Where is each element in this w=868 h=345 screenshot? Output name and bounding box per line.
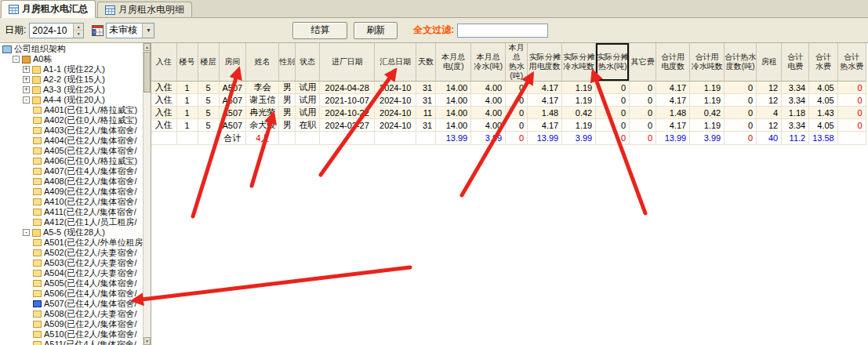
table-cell: 男 [279, 94, 296, 107]
table-cell: 冉光荣 [246, 107, 279, 119]
table-cell: 1.19 [562, 119, 596, 132]
column-header[interactable]: 本月总 热水(吨) [506, 43, 528, 82]
table-row[interactable]: 入住15A507余大银男在职2024-02-272024-103114.004.… [151, 119, 866, 132]
table-row[interactable]: 入住15A507冉光荣男试用2024-10-222024-101114.004.… [151, 107, 866, 119]
table-row[interactable]: 入住15A507李会男试用2024-04-282024-103114.004.0… [151, 82, 866, 94]
chevron-down-icon[interactable]: ▼ [142, 24, 154, 38]
room-icon [33, 158, 42, 165]
column-header[interactable]: 天数 [416, 43, 436, 82]
column-header[interactable]: 合计 电费 [782, 43, 809, 82]
settle-button[interactable]: 结算 [292, 22, 347, 39]
column-header[interactable]: 合计 水费 [809, 43, 838, 82]
tree-item-label: A511(已住4人/集体宿舍/ [44, 339, 136, 345]
table-cell: 试用 [296, 94, 320, 107]
summary-cell [176, 132, 198, 145]
tab-monthly-detail[interactable]: 月房租水电明细 [97, 2, 192, 17]
scroll-up-icon[interactable]: ▲ [143, 43, 151, 51]
expand-icon[interactable]: + [23, 66, 30, 73]
refresh-button[interactable]: 刷新 [354, 22, 398, 39]
table-cell: 0 [630, 107, 656, 119]
table-cell: A507 [219, 82, 246, 94]
table-cell: 11 [416, 107, 436, 119]
column-header[interactable]: 合计用 冷水吨数 [690, 43, 725, 82]
date-spinner[interactable]: 2024-10 ▲ ▼ [29, 23, 84, 38]
table-cell: 入住 [151, 82, 176, 94]
table-cell: 2024-10 [375, 94, 416, 107]
table-cell: A507 [219, 107, 246, 119]
table-cell: 李会 [246, 82, 279, 94]
filter-input[interactable] [457, 24, 548, 38]
table-cell: A507 [219, 94, 246, 107]
scrollbar-thumb[interactable] [143, 52, 151, 93]
tree-item-a511[interactable]: A511(已住4人/集体宿舍/ [0, 340, 143, 345]
column-header[interactable]: 房租 [757, 43, 782, 82]
summary-cell: 0 [506, 132, 528, 145]
table-cell: 2024-04-28 [320, 82, 375, 94]
org-tree-panel: 公司组织架构-A0栋+A1-1 (现住22人)+A2-2 (现住15人)+A3-… [0, 43, 151, 345]
collapse-icon[interactable]: - [23, 229, 30, 236]
collapse-icon[interactable]: - [13, 56, 20, 63]
column-header[interactable]: 实际分摊 冷水吨数 [562, 43, 596, 82]
column-header[interactable]: 汇总日期 [375, 43, 416, 82]
collapse-icon[interactable]: - [23, 96, 30, 104]
table-cell: 余大银 [246, 119, 279, 132]
tab-monthly-summary[interactable]: 月房租水电汇总 [1, 0, 96, 18]
table-header-row: 入住楼号楼层房间姓名性别状态进厂日期汇总日期天数本月总 电(度)本月总 冷水(吨… [151, 43, 866, 82]
column-header[interactable]: 其它费 [630, 43, 656, 82]
table-row[interactable]: 入住15A507谢玉信男试用2021-10-072024-103114.004.… [151, 94, 866, 107]
table-cell: 入住 [151, 119, 176, 132]
date-value[interactable]: 2024-10 [30, 24, 73, 38]
summary-cell: 0 [630, 132, 656, 145]
table-cell: 3.34 [782, 119, 809, 132]
column-header[interactable]: 进厂日期 [320, 43, 375, 82]
spin-down-icon[interactable]: ▼ [74, 31, 83, 38]
tree-item-org-root[interactable]: 公司组织架构 [0, 44, 143, 54]
table-cell: 14.00 [436, 82, 471, 94]
review-status-select[interactable]: 未审核 ▼ [106, 23, 154, 38]
room-icon [33, 219, 42, 226]
table-cell: 4.17 [528, 94, 562, 107]
column-header[interactable]: 楼号 [176, 43, 198, 82]
column-header[interactable]: 楼层 [198, 43, 219, 82]
column-header[interactable]: 合计 热水费 [837, 43, 866, 82]
spinner-buttons: ▲ ▼ [73, 24, 83, 38]
table-cell: 12 [757, 82, 782, 94]
table-cell: 0 [837, 94, 866, 107]
summary-cell: 11.2 [782, 132, 809, 145]
column-header[interactable]: 状态 [296, 43, 320, 82]
column-header[interactable]: 实际分摊 用电度数 [528, 43, 562, 82]
table-cell: 0 [837, 119, 866, 132]
summary-table: 入住楼号楼层房间姓名性别状态进厂日期汇总日期天数本月总 电(度)本月总 冷水(吨… [151, 43, 866, 145]
summary-table-panel: 入住楼号楼层房间姓名性别状态进厂日期汇总日期天数本月总 电(度)本月总 冷水(吨… [151, 43, 868, 345]
summary-cell [375, 132, 416, 145]
table-cell: 1.43 [809, 107, 838, 119]
column-header[interactable]: 合计热水 度数(吨) [725, 43, 757, 82]
room-icon [33, 290, 42, 297]
spin-up-icon[interactable]: ▲ [74, 24, 83, 31]
room-icon [33, 239, 42, 246]
table-cell: 2024-02-27 [320, 119, 375, 132]
summary-cell: 3.99 [471, 132, 506, 145]
expand-icon[interactable]: + [23, 76, 30, 83]
room-icon [33, 270, 42, 277]
column-header[interactable]: 实际分摊 热水(吨) [596, 43, 630, 82]
column-header[interactable]: 本月总 冷水(吨) [471, 43, 506, 82]
table-cell: 4.17 [656, 94, 690, 107]
scroll-down-icon[interactable]: ▼ [143, 337, 151, 345]
room-icon [33, 321, 42, 328]
filter-label: 全文过滤: [413, 24, 454, 37]
column-header[interactable]: 入住 [151, 43, 176, 82]
table-cell: 2024-10-22 [320, 107, 375, 119]
column-header[interactable]: 合计用 电度数 [656, 43, 690, 82]
column-header[interactable]: 姓名 [246, 43, 279, 82]
summary-cell [837, 132, 866, 145]
column-header[interactable]: 本月总 电(度) [436, 43, 471, 82]
column-header[interactable]: 性别 [279, 43, 296, 82]
table-cell: 0 [725, 94, 757, 107]
grid-icon [9, 5, 19, 14]
room-icon [33, 188, 42, 195]
expand-icon[interactable]: + [23, 86, 30, 93]
table-cell: 0 [630, 94, 656, 107]
column-header[interactable]: 房间 [219, 43, 246, 82]
tree-scrollbar[interactable]: ▲ ▼ [143, 43, 151, 345]
